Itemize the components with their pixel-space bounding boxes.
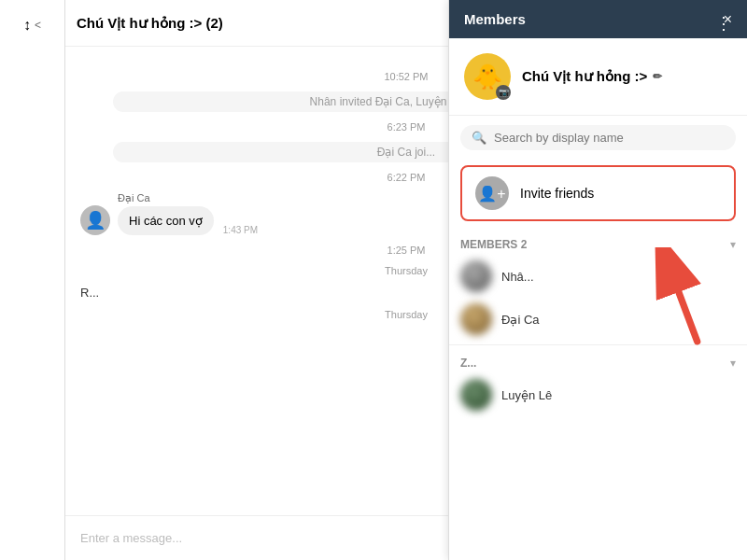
bubble-daica: Hi các con vợ — [118, 206, 214, 235]
camera-badge[interactable]: 📷 — [496, 85, 511, 100]
member-name-0: Nhâ... — [501, 270, 534, 284]
sort-controls[interactable]: ↕ < — [16, 9, 49, 41]
edit-profile-icon[interactable]: ✏ — [653, 70, 662, 83]
chevron-down-icon-0[interactable]: ▾ — [730, 238, 736, 251]
profile-avatar: 🐥 📷 — [464, 53, 511, 100]
message-content-daica: Đại Ca Hi các con vợ 1:43 PM — [118, 192, 258, 235]
member-avatar-0 — [460, 260, 492, 292]
sort-icon: ↕ — [23, 17, 31, 34]
main-chat-area: Chú Vịt hư hỏng :> (2) 🔇 ✎ 10:52 PM Nhân… — [65, 0, 747, 560]
sender-name-daica: Đại Ca — [118, 192, 258, 204]
input-placeholder: Enter a message... — [80, 531, 182, 545]
invite-person-icon: 👤+ — [478, 185, 505, 203]
members-header: Members × — [449, 0, 747, 38]
more-options-icon[interactable]: ⋮ — [715, 13, 732, 34]
search-bar[interactable]: 🔍 — [460, 125, 736, 150]
profile-name-text: Chú Vịt hư hỏng :> — [522, 68, 647, 85]
section-label-1: Z... — [460, 357, 476, 370]
invite-friends-item[interactable]: 👤+ Invite friends — [460, 165, 736, 221]
chevron-down-icon-1[interactable]: ▾ — [730, 357, 736, 370]
members-section-1: Z... ▾ Luyện Lê — [449, 344, 747, 420]
section-header-0: Members 2 ▾ — [460, 234, 736, 255]
section-label-0: Members 2 — [460, 238, 527, 251]
member-item-0: Nhâ... — [460, 255, 736, 298]
msg-time-daica: 1:43 PM — [223, 225, 258, 235]
member-item-1: Đại Ca — [460, 298, 736, 341]
invite-label: Invite friends — [520, 186, 594, 201]
member-name-1: Đại Ca — [501, 313, 540, 327]
search-icon: 🔍 — [472, 131, 486, 145]
member-avatar-2 — [460, 379, 492, 411]
avatar-daica: 👤 — [80, 205, 110, 235]
members-section-0: Members 2 ▾ Nhâ... Đại Ca — [449, 227, 747, 344]
member-item-2: Luyện Lê — [460, 373, 736, 416]
member-avatar-1 — [460, 303, 492, 335]
profile-name: Chú Vịt hư hỏng :> ✏ — [522, 68, 662, 85]
member-name-2: Luyện Lê — [501, 388, 552, 402]
invite-icon: 👤+ — [475, 176, 509, 210]
search-input[interactable] — [494, 131, 725, 145]
members-title: Members — [464, 11, 526, 27]
section-header-1: Z... ▾ — [460, 353, 736, 373]
members-panel: Members × ⋮ 🐥 📷 Chú Vịt hư hỏng :> ✏ 🔍 👤… — [448, 0, 747, 560]
members-profile: 🐥 📷 Chú Vịt hư hỏng :> ✏ — [449, 38, 747, 116]
collapse-icon[interactable]: < — [35, 19, 41, 32]
sidebar: ↕ < — [0, 0, 65, 560]
